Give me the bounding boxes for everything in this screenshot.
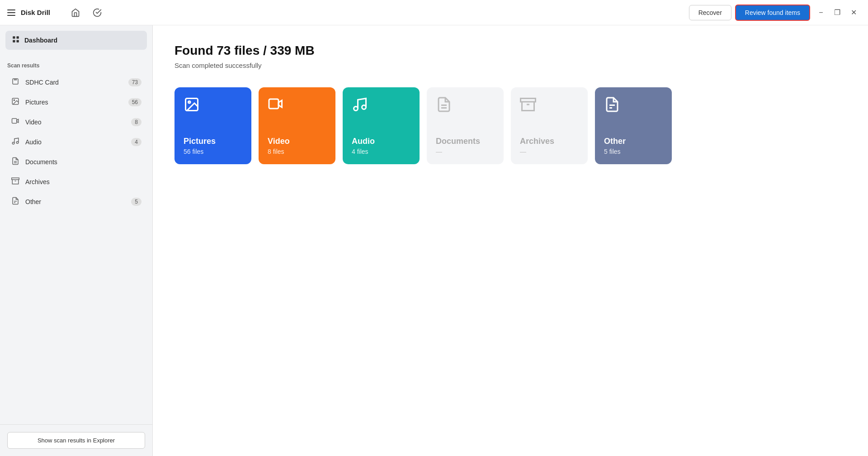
- scan-results-label: Scan results: [0, 55, 152, 72]
- found-title: Found 73 files / 339 MB: [175, 43, 846, 58]
- card-audio[interactable]: Audio 4 files: [343, 87, 420, 164]
- sidebar-item-audio-label: Audio: [25, 138, 131, 146]
- nav-icons: [50, 5, 689, 20]
- card-archives-icon: [520, 96, 536, 117]
- card-archives-count: —: [520, 148, 579, 155]
- svg-rect-2: [13, 40, 15, 43]
- sidebar-item-other[interactable]: Other 5: [4, 192, 149, 211]
- review-found-items-button[interactable]: Review found items: [735, 5, 810, 21]
- sidebar-top: Dashboard: [0, 25, 152, 55]
- sidebar-item-pictures-label: Pictures: [25, 99, 128, 106]
- sidebar-footer: Show scan results in Explorer: [0, 424, 152, 456]
- dashboard-label: Dashboard: [24, 37, 57, 44]
- pictures-icon: [11, 97, 20, 107]
- dashboard-icon: [12, 35, 20, 45]
- svg-point-9: [14, 100, 14, 100]
- svg-rect-10: [12, 119, 17, 124]
- card-pictures-count: 56 files: [184, 148, 242, 155]
- title-bar-left: Disk Drill: [7, 9, 50, 16]
- card-pictures-name: Pictures: [184, 137, 242, 146]
- sidebar-item-pictures-count: 56: [128, 98, 142, 106]
- svg-point-22: [354, 107, 358, 111]
- sdhc-icon: [11, 77, 20, 87]
- sidebar-item-pictures[interactable]: Pictures 56: [4, 93, 149, 112]
- svg-rect-1: [17, 36, 19, 38]
- sidebar-item-audio[interactable]: Audio 4: [4, 133, 149, 152]
- sidebar-item-sdhc-label: SDHC Card: [25, 79, 128, 86]
- sidebar-item-video-label: Video: [25, 119, 131, 126]
- window-controls: − ❐ ✕: [814, 5, 861, 20]
- home-button[interactable]: [68, 5, 83, 20]
- scan-status: Scan completed successfully: [175, 62, 846, 69]
- card-archives[interactable]: Archives —: [511, 87, 588, 164]
- sidebar-item-other-count: 5: [131, 198, 142, 206]
- card-video-icon: [268, 96, 284, 117]
- card-audio-icon: [352, 96, 368, 117]
- sidebar-item-archives-label: Archives: [25, 178, 142, 185]
- card-pictures[interactable]: Pictures 56 files: [175, 87, 251, 164]
- app-body: Dashboard Scan results SDHC Card 73: [0, 25, 868, 456]
- audio-icon: [11, 137, 20, 147]
- minimize-button[interactable]: −: [814, 5, 828, 20]
- sidebar-item-documents[interactable]: Documents: [4, 152, 149, 171]
- svg-rect-0: [13, 36, 15, 38]
- card-other-icon: [604, 96, 620, 117]
- card-pictures-icon: [184, 96, 200, 117]
- sidebar-item-other-label: Other: [25, 198, 131, 205]
- video-icon: [11, 117, 20, 127]
- svg-point-11: [12, 142, 14, 144]
- card-video-name: Video: [268, 137, 326, 146]
- sidebar-item-sdhc[interactable]: SDHC Card 73: [4, 73, 149, 92]
- svg-rect-3: [17, 40, 19, 43]
- show-explorer-button[interactable]: Show scan results in Explorer: [7, 432, 145, 449]
- card-documents[interactable]: Documents —: [427, 87, 504, 164]
- svg-point-23: [362, 105, 366, 109]
- svg-rect-26: [521, 99, 536, 102]
- documents-icon: [11, 157, 20, 167]
- svg-rect-21: [269, 99, 278, 109]
- card-audio-count: 4 files: [352, 148, 410, 155]
- maximize-button[interactable]: ❐: [830, 5, 844, 20]
- sidebar-item-audio-count: 4: [131, 138, 142, 146]
- svg-point-20: [189, 101, 191, 104]
- other-icon: [11, 197, 20, 207]
- category-cards: Pictures 56 files Video 8 files: [175, 87, 846, 164]
- sidebar-item-video[interactable]: Video 8: [4, 113, 149, 132]
- card-video[interactable]: Video 8 files: [259, 87, 335, 164]
- main-content: Found 73 files / 339 MB Scan completed s…: [153, 25, 868, 456]
- recover-button[interactable]: Recover: [689, 5, 731, 20]
- card-audio-name: Audio: [352, 137, 410, 146]
- menu-icon[interactable]: [7, 10, 15, 16]
- card-documents-icon: [436, 96, 452, 117]
- sidebar-item-video-count: 8: [131, 118, 142, 126]
- card-documents-name: Documents: [436, 137, 495, 146]
- sidebar-item-sdhc-count: 73: [128, 78, 142, 86]
- archives-icon: [11, 177, 20, 187]
- card-other-count: 5 files: [604, 148, 663, 155]
- title-bar: Disk Drill Recover Review found items − …: [0, 0, 868, 25]
- check-button[interactable]: [90, 5, 104, 20]
- sidebar-item-documents-label: Documents: [25, 158, 142, 166]
- sidebar: Dashboard Scan results SDHC Card 73: [0, 25, 153, 456]
- header-actions: Recover Review found items − ❐ ✕: [689, 5, 861, 21]
- card-documents-count: —: [436, 148, 495, 155]
- card-video-count: 8 files: [268, 148, 326, 155]
- home-icon: [71, 8, 80, 17]
- app-title: Disk Drill: [21, 9, 50, 16]
- svg-rect-15: [12, 178, 19, 180]
- card-archives-name: Archives: [520, 137, 579, 146]
- card-other-name: Other: [604, 137, 663, 146]
- close-button[interactable]: ✕: [846, 5, 861, 20]
- dashboard-item[interactable]: Dashboard: [5, 31, 147, 50]
- check-circle-icon: [93, 8, 102, 17]
- card-other[interactable]: Other 5 files: [595, 87, 672, 164]
- svg-point-12: [16, 142, 19, 144]
- sidebar-item-archives[interactable]: Archives: [4, 172, 149, 191]
